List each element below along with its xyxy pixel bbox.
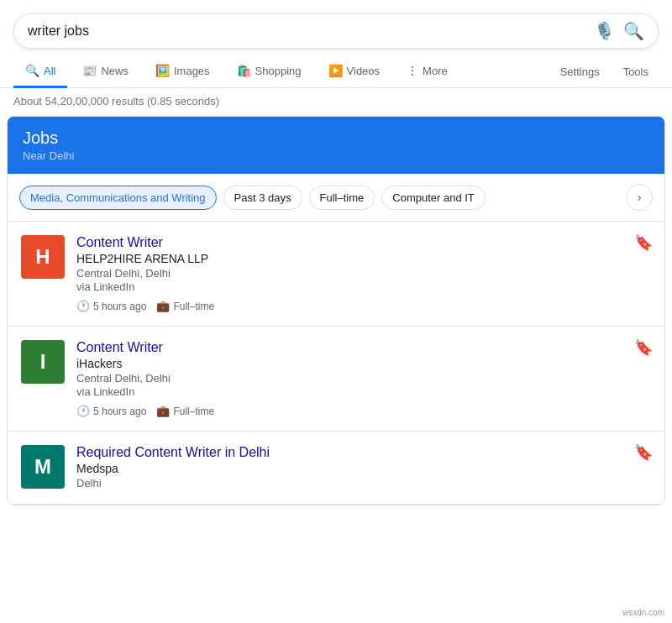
job-type-2: 💼 Full–time	[156, 405, 214, 417]
tab-images-label: Images	[174, 65, 210, 77]
tab-shopping[interactable]: 🛍️ Shopping	[225, 55, 313, 88]
filter-chips-arrow[interactable]: ›	[626, 184, 653, 211]
job-location-2: Central Delhi, Delhi	[76, 372, 651, 385]
job-type-label-2: Full–time	[173, 406, 214, 417]
tab-more[interactable]: ⋮ More	[395, 55, 459, 88]
job-title-3: Required Content Writer in Delhi	[76, 445, 651, 460]
job-company-1: HELP2HIRE ARENA LLP	[76, 252, 651, 265]
job-logo-h: H	[21, 235, 65, 279]
job-details-3: Required Content Writer in Delhi Medspa …	[76, 445, 651, 490]
clock-icon-1: 🕐	[76, 300, 90, 312]
job-location-1: Central Delhi, Delhi	[76, 267, 651, 280]
job-item-2[interactable]: I Content Writer iHackers Central Delhi,…	[8, 327, 664, 432]
all-tab-icon: 🔍	[25, 64, 39, 77]
search-icon[interactable]: 🔍	[623, 21, 644, 41]
tab-videos[interactable]: ▶️ Videos	[317, 55, 392, 88]
job-time-2: 🕐 5 hours ago	[76, 405, 146, 417]
results-count: About 54,20,00,000 results (0.85 seconds…	[0, 88, 672, 116]
images-tab-icon: 🖼️	[155, 64, 170, 77]
search-input[interactable]	[28, 24, 585, 39]
job-company-2: iHackers	[76, 357, 651, 370]
tab-more-label: More	[423, 65, 448, 77]
job-type-1: 💼 Full–time	[156, 300, 214, 312]
bookmark-button-1[interactable]: 🔖	[634, 233, 653, 252]
job-details-2: Content Writer iHackers Central Delhi, D…	[76, 340, 651, 417]
job-title-1: Content Writer	[76, 235, 651, 250]
job-item[interactable]: H Content Writer HELP2HIRE ARENA LLP Cen…	[8, 222, 664, 327]
briefcase-icon-1: 💼	[156, 300, 170, 312]
job-via-1: via LinkedIn	[76, 280, 651, 293]
filter-chips: Media, Communications and Writing Past 3…	[19, 186, 619, 210]
filter-chip-media[interactable]: Media, Communications and Writing	[19, 186, 217, 210]
job-company-3: Medspa	[76, 462, 651, 475]
job-title-2: Content Writer	[76, 340, 651, 355]
clock-icon-2: 🕐	[76, 405, 90, 417]
shopping-tab-icon: 🛍️	[237, 64, 251, 77]
filter-chip-past3days[interactable]: Past 3 days	[223, 186, 302, 210]
tab-news[interactable]: 📰 News	[71, 55, 140, 88]
tab-videos-label: Videos	[347, 65, 381, 77]
job-time-label-2: 5 hours ago	[93, 406, 146, 417]
watermark: wsxdn.com	[620, 607, 667, 618]
briefcase-icon-2: 💼	[156, 405, 170, 417]
bookmark-button-3[interactable]: 🔖	[634, 443, 653, 462]
filter-chip-computer[interactable]: Computer and IT	[381, 186, 486, 210]
job-time-label-1: 5 hours ago	[93, 301, 146, 312]
job-via-2: via LinkedIn	[76, 385, 651, 398]
job-logo-m: M	[21, 445, 65, 489]
job-logo-i: I	[21, 340, 65, 384]
tab-shopping-label: Shopping	[255, 65, 302, 77]
more-tab-icon: ⋮	[407, 64, 418, 77]
news-tab-icon: 📰	[82, 64, 97, 77]
tab-all[interactable]: 🔍 All	[13, 55, 67, 88]
job-meta-2: 🕐 5 hours ago 💼 Full–time	[76, 405, 651, 417]
jobs-subtitle: Near Delhi	[23, 149, 649, 162]
job-meta-1: 🕐 5 hours ago 💼 Full–time	[76, 300, 651, 312]
jobs-title: Jobs	[23, 128, 649, 148]
microphone-icon[interactable]: 🎙️	[594, 21, 615, 41]
bookmark-button-2[interactable]: 🔖	[634, 338, 653, 357]
videos-tab-icon: ▶️	[328, 64, 343, 77]
job-type-label-1: Full–time	[173, 301, 214, 312]
jobs-card: Jobs Near Delhi Media, Communications an…	[7, 116, 665, 505]
job-item-3[interactable]: M Required Content Writer in Delhi Medsp…	[8, 432, 664, 505]
filter-chip-fulltime[interactable]: Full–time	[309, 186, 375, 210]
nav-tabs: 🔍 All 📰 News 🖼️ Images 🛍️ Shopping ▶️ Vi…	[0, 55, 672, 88]
tab-news-label: News	[101, 65, 129, 77]
tab-images[interactable]: 🖼️ Images	[144, 55, 222, 88]
settings-button[interactable]: Settings	[550, 57, 610, 86]
job-location-3: Delhi	[76, 477, 651, 490]
tools-button[interactable]: Tools	[613, 57, 659, 86]
job-details-1: Content Writer HELP2HIRE ARENA LLP Centr…	[76, 235, 651, 312]
filter-chips-wrapper: Media, Communications and Writing Past 3…	[8, 174, 664, 222]
job-time-1: 🕐 5 hours ago	[76, 300, 146, 312]
jobs-header: Jobs Near Delhi	[8, 117, 664, 174]
search-bar-container: 🎙️ 🔍	[0, 0, 672, 55]
search-bar: 🎙️ 🔍	[13, 13, 659, 49]
tab-all-label: All	[44, 65, 55, 77]
